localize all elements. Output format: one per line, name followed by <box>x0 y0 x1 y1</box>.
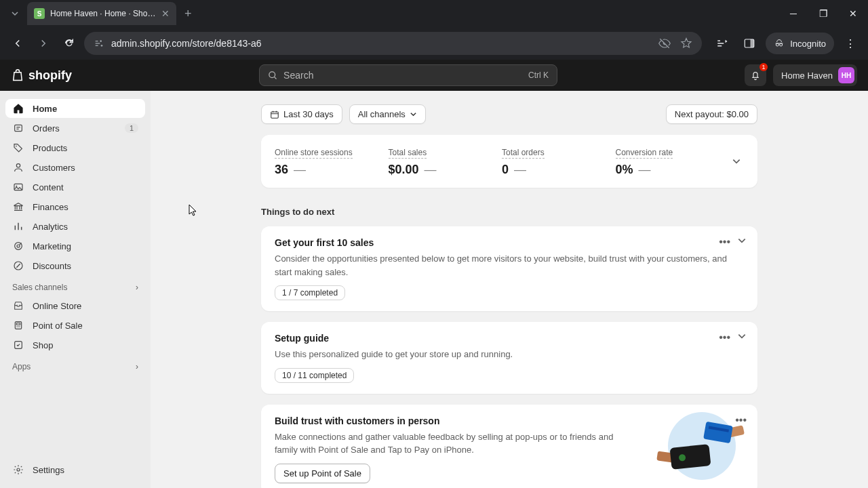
orders-badge: 1 <box>125 123 138 133</box>
nav-label: Finances <box>33 202 68 212</box>
card-title: Build trust with customers in person <box>275 415 633 426</box>
browser-tab[interactable]: S Home Haven · Home · Shopify ✕ <box>27 2 176 25</box>
nav-content[interactable]: Content <box>5 178 145 197</box>
section-label: Apps <box>12 362 31 371</box>
svg-point-23 <box>19 326 20 327</box>
date-range-filter[interactable]: Last 30 days <box>261 104 342 124</box>
minimize-icon[interactable]: ─ <box>778 0 808 27</box>
date-range-label: Last 30 days <box>283 109 334 119</box>
maximize-icon[interactable]: ❐ <box>808 0 838 27</box>
side-panel-icon[interactable] <box>738 33 760 54</box>
card-first-sales: ••• Get your first 10 sales Consider the… <box>261 226 757 311</box>
svg-rect-6 <box>717 43 724 44</box>
svg-point-25 <box>17 468 20 471</box>
chevron-right-icon: › <box>136 283 138 292</box>
nav-point-of-sale[interactable]: Point of Sale <box>5 316 145 335</box>
url-bar[interactable]: admin.shopify.com/store/de8143-a6 <box>84 32 702 55</box>
more-actions-icon[interactable]: ••• <box>719 331 730 344</box>
reload-button[interactable] <box>58 33 80 54</box>
media-control-icon[interactable] <box>711 33 733 54</box>
stat-sessions[interactable]: Online store sessions 36— <box>275 146 389 177</box>
svg-rect-0 <box>96 41 98 41</box>
nav-settings[interactable]: Settings <box>5 460 145 479</box>
shopify-bag-icon <box>11 68 24 83</box>
incognito-badge[interactable]: Incognito <box>766 33 834 54</box>
forward-button[interactable] <box>33 33 54 54</box>
stat-total-sales[interactable]: Total sales $0.00— <box>389 146 502 177</box>
next-payout[interactable]: Next payout: $0.00 <box>666 104 757 124</box>
trend-neutral-icon: — <box>294 163 306 177</box>
stat-conversion[interactable]: Conversion rate 0%— <box>616 146 730 177</box>
new-tab-button[interactable]: + <box>184 7 192 21</box>
nav-products[interactable]: Products <box>5 138 145 157</box>
setup-pos-button[interactable]: Set up Point of Sale <box>275 464 370 483</box>
nav-finances[interactable]: Finances <box>5 197 145 216</box>
card-build-trust: ••• Build trust with customers in person… <box>261 405 757 489</box>
stat-label: Online store sessions <box>275 148 353 159</box>
stats-card: Online store sessions 36— Total sales $0… <box>261 135 757 188</box>
calendar-icon <box>270 110 279 119</box>
nav-label: Analytics <box>33 222 68 232</box>
chevron-down-icon[interactable] <box>737 331 747 344</box>
nav-online-store[interactable]: Online Store <box>5 296 145 315</box>
stat-value: 0% <box>616 163 633 177</box>
nav-orders[interactable]: Orders 1 <box>5 119 145 138</box>
sales-channels-header[interactable]: Sales channels › <box>5 276 145 296</box>
nav-home[interactable]: Home <box>5 99 145 118</box>
home-icon <box>12 103 24 114</box>
svg-point-4 <box>101 45 103 47</box>
card-progress: 10 / 11 completed <box>275 368 354 383</box>
chevron-down-icon <box>410 110 417 118</box>
shopify-favicon-icon: S <box>34 8 45 19</box>
orders-icon <box>12 123 24 134</box>
eye-off-icon[interactable] <box>658 37 671 49</box>
nav-customers[interactable]: Customers <box>5 158 145 177</box>
svg-point-10 <box>269 71 275 77</box>
nav-analytics[interactable]: Analytics <box>5 217 145 236</box>
chevron-right-icon: › <box>136 362 138 371</box>
apps-header[interactable]: Apps › <box>5 355 145 375</box>
svg-rect-5 <box>717 41 720 42</box>
section-title: Things to do next <box>261 207 757 217</box>
nav-shop[interactable]: Shop <box>5 336 145 354</box>
site-settings-icon[interactable] <box>94 38 104 49</box>
tag-icon <box>12 142 24 153</box>
url-text: admin.shopify.com/store/de8143-a6 <box>111 38 652 49</box>
payout-label: Next payout: $0.00 <box>675 109 749 119</box>
more-actions-icon[interactable]: ••• <box>719 236 730 248</box>
svg-point-12 <box>16 146 17 147</box>
logo-text: shopify <box>28 68 72 83</box>
nav-marketing[interactable]: Marketing <box>5 237 145 256</box>
close-tab-icon[interactable]: ✕ <box>161 8 170 19</box>
kebab-menu-icon[interactable]: ⋮ <box>840 33 861 54</box>
bank-icon <box>12 201 24 212</box>
svg-rect-1 <box>96 43 100 43</box>
nav-discounts[interactable]: Discounts <box>5 256 145 275</box>
search-input[interactable]: Search Ctrl K <box>259 64 557 86</box>
channel-filter[interactable]: All channels <box>349 104 426 124</box>
card-desc: Make connections and gather valuable fee… <box>275 430 633 457</box>
stat-total-orders[interactable]: Total orders 0— <box>502 146 616 177</box>
address-bar-row: admin.shopify.com/store/de8143-a6 Incogn… <box>0 27 868 60</box>
pos-illustration <box>649 415 744 476</box>
main-content: Last 30 days All channels Next payout: $… <box>151 91 868 488</box>
nav-label: Customers <box>33 163 75 173</box>
trend-neutral-icon: — <box>425 163 437 177</box>
card-desc: Consider the opportunities presented bel… <box>275 252 744 279</box>
svg-point-21 <box>16 326 17 327</box>
star-icon[interactable] <box>680 37 692 49</box>
close-window-icon[interactable]: ✕ <box>838 0 868 27</box>
tab-title: Home Haven · Home · Shopify <box>50 9 156 18</box>
search-shortcut: Ctrl K <box>528 70 549 80</box>
channel-label: All channels <box>358 109 406 119</box>
incognito-icon <box>774 38 785 49</box>
notifications-button[interactable]: 1 <box>745 64 766 86</box>
browser-chrome: S Home Haven · Home · Shopify ✕ + ─ ❐ ✕ … <box>0 0 868 60</box>
tab-list-dropdown[interactable] <box>5 4 24 23</box>
chevron-down-icon[interactable] <box>737 236 747 248</box>
store-switcher[interactable]: Home Haven HH <box>773 64 857 86</box>
stats-expand[interactable] <box>729 154 744 169</box>
shopify-logo[interactable]: shopify <box>11 68 72 83</box>
person-icon <box>12 162 24 173</box>
back-button[interactable] <box>7 33 28 54</box>
